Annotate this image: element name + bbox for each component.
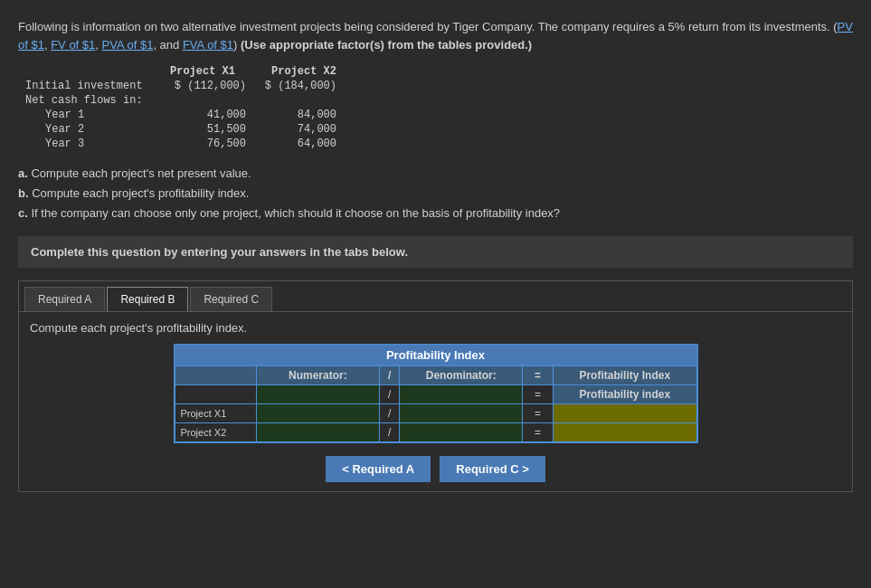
x1-numerator-cell[interactable] — [257, 404, 380, 423]
tab-required-a[interactable]: Required A — [24, 287, 105, 311]
instruction-box: Complete this question by entering your … — [18, 236, 853, 268]
question-a: a. Compute each project's net present va… — [18, 164, 853, 184]
col-slash-header: / — [379, 366, 400, 385]
col-header-x2: Project X2 — [271, 65, 336, 78]
tab-required-b[interactable]: Required B — [107, 287, 188, 311]
col-numerator-header: Numerator: — [257, 366, 380, 385]
subrow-slash: / — [379, 385, 400, 404]
pi-table: Numerator: / Denominator: = Profitabilit… — [175, 365, 697, 442]
x2-result — [554, 423, 696, 442]
subrow-result: Profitability index — [554, 385, 696, 404]
x1-denominator-input[interactable] — [405, 407, 516, 420]
year3-label: Year 3 — [18, 137, 163, 151]
tabs-header: Required A Required B Required C — [19, 281, 852, 312]
col-header-x1: Project X1 — [170, 65, 235, 78]
tab-b-content: Compute each project's profitability ind… — [19, 312, 852, 491]
bold-instruction: (Use appropriate factor(s) from the tabl… — [241, 38, 532, 52]
pi-outer: Profitability Index Numerator: / Denomin… — [174, 344, 698, 443]
pi-subheader-row: / = Profitability index — [175, 385, 696, 404]
year1-label: Year 1 — [18, 108, 163, 122]
fv-link[interactable]: FV of $1 — [51, 38, 95, 52]
col-denominator-header: Denominator: — [400, 366, 523, 385]
project-x2-label: Project X2 — [175, 423, 257, 442]
fva-link[interactable]: FVA of $1 — [183, 38, 233, 52]
pi-table-wrapper: Profitability Index Numerator: / Denomin… — [30, 344, 841, 443]
year2-label: Year 2 — [18, 122, 163, 137]
intro-paragraph: Following is information on two alternat… — [18, 18, 853, 53]
nav-buttons: < Required A Required C > — [30, 456, 841, 482]
subrow-denominator — [400, 385, 523, 404]
data-table: Project X1 Project X2 Initial investment… — [18, 64, 853, 151]
x1-result — [554, 404, 696, 423]
x1-slash: / — [379, 404, 400, 423]
tab-required-c[interactable]: Required C — [190, 287, 272, 311]
x2-slash: / — [379, 423, 400, 442]
question-c: c. If the company can choose only one pr… — [18, 204, 853, 223]
next-button[interactable]: Required C > — [440, 456, 545, 482]
subrow-equals: = — [523, 385, 554, 404]
x2-numerator-input[interactable] — [262, 426, 374, 439]
x2-denominator-cell[interactable] — [400, 423, 523, 442]
instruction-text: Complete this question by entering your … — [31, 245, 408, 259]
pi-header-row: Numerator: / Denominator: = Profitabilit… — [175, 366, 696, 385]
net-cash-label: Net cash flows in: — [18, 93, 163, 108]
pva-link[interactable]: PVA of $1 — [102, 38, 154, 52]
init-x1: $ (112,000) — [163, 79, 253, 93]
year3-x2: 64,000 — [253, 137, 344, 151]
init-x2: $ (184,000) — [253, 79, 344, 93]
prev-button[interactable]: < Required A — [326, 456, 431, 482]
x1-equals: = — [523, 404, 554, 423]
x1-denominator-cell[interactable] — [400, 404, 523, 423]
col-equals-header: = — [523, 366, 554, 385]
project-x1-label: Project X1 — [175, 404, 257, 423]
x2-denominator-input[interactable] — [405, 426, 516, 439]
year1-x2: 84,000 — [253, 108, 344, 122]
question-b: b. Compute each project's profitability … — [18, 184, 853, 204]
tab-subtitle: Compute each project's profitability ind… — [30, 321, 841, 335]
table-row: Project X2 / = — [175, 423, 696, 442]
year2-x1: 51,500 — [163, 122, 253, 137]
table-row: Project X1 / = — [175, 404, 696, 423]
year1-x1: 41,000 — [163, 108, 253, 122]
col-empty — [175, 366, 257, 385]
initial-investment-label: Initial investment — [18, 79, 163, 93]
year3-x1: 76,500 — [163, 137, 253, 151]
x2-equals: = — [523, 423, 554, 442]
questions-section: a. Compute each project's net present va… — [18, 164, 853, 223]
subrow-numerator — [257, 385, 380, 404]
x2-numerator-cell[interactable] — [257, 423, 380, 442]
tabs-container: Required A Required B Required C Compute… — [18, 280, 853, 492]
col-result-header: Profitability Index — [554, 366, 696, 385]
year2-x2: 74,000 — [253, 122, 344, 137]
x1-numerator-input[interactable] — [262, 407, 374, 420]
subrow-label — [175, 385, 257, 404]
pi-title: Profitability Index — [175, 345, 697, 365]
